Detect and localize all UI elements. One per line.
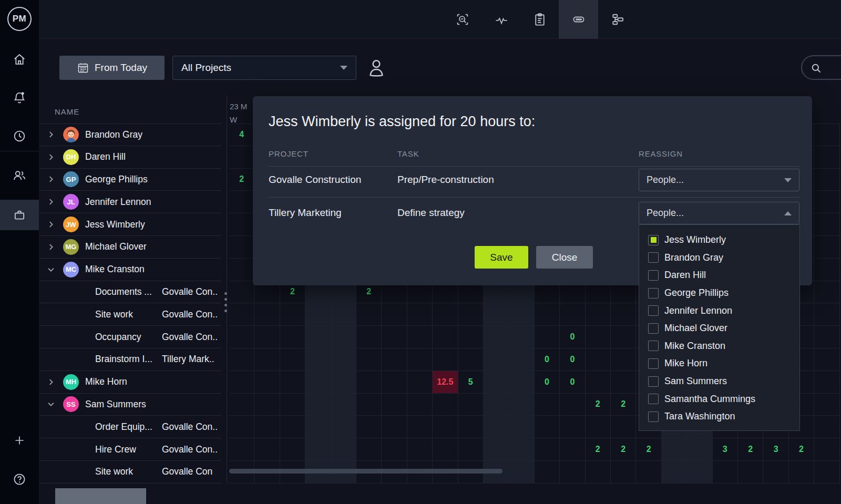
grid-cell[interactable]: 0 <box>535 371 560 394</box>
task-row[interactable]: Order Equip...Govalle Con.. <box>39 416 221 438</box>
grid-cell[interactable] <box>305 303 331 326</box>
grid-cell[interactable] <box>814 438 839 461</box>
grid-cell[interactable] <box>280 348 305 371</box>
grid-cell[interactable] <box>254 371 280 394</box>
dropdown-option[interactable]: Mike Cranston <box>639 337 799 355</box>
grid-cell[interactable] <box>229 281 254 304</box>
grid-cell[interactable] <box>586 326 611 348</box>
grid-cell[interactable] <box>814 213 839 236</box>
task-row[interactable]: Site workGovalle Con.. <box>39 303 221 326</box>
grid-cell[interactable] <box>407 394 433 416</box>
task-row[interactable]: OccupancyGovalle Con.. <box>39 326 221 348</box>
grid-cell[interactable] <box>458 326 484 348</box>
task-row[interactable]: Site workGovalle Con <box>39 461 221 484</box>
grid-cell[interactable] <box>814 461 839 484</box>
grid-cell[interactable] <box>433 303 458 326</box>
grid-cell[interactable] <box>382 394 407 416</box>
person-row[interactable]: GPGeorge Phillips <box>39 169 221 191</box>
time-clock-icon[interactable] <box>0 121 39 151</box>
grid-cell[interactable] <box>560 438 585 461</box>
grid-cell[interactable] <box>356 326 382 348</box>
checkbox-unchecked[interactable] <box>648 270 659 281</box>
checkbox-unchecked[interactable] <box>648 394 659 404</box>
grid-cell[interactable]: 0 <box>560 348 585 371</box>
grid-cell[interactable] <box>407 326 433 348</box>
grid-cell[interactable] <box>814 146 839 169</box>
grid-cell[interactable] <box>814 371 839 394</box>
grid-cell[interactable] <box>433 348 458 371</box>
person-row[interactable]: MCMike Cranston <box>39 259 221 281</box>
team-people-icon[interactable] <box>0 160 39 191</box>
grid-cell[interactable]: 5 <box>458 371 484 394</box>
grid-cell[interactable]: 2 <box>738 438 763 461</box>
grid-cell[interactable] <box>789 461 814 484</box>
grid-cell[interactable] <box>636 461 661 484</box>
grid-cell[interactable] <box>254 348 280 371</box>
grid-cell[interactable] <box>254 416 280 438</box>
grid-cell[interactable] <box>407 348 433 371</box>
grid-cell[interactable] <box>254 326 280 348</box>
grid-cell[interactable] <box>305 438 331 461</box>
grid-cell[interactable] <box>229 371 254 394</box>
zoom-search-icon[interactable] <box>443 0 482 39</box>
grid-cell[interactable] <box>611 416 636 438</box>
grid-cell[interactable] <box>687 438 712 461</box>
grid-cell[interactable] <box>509 461 534 484</box>
horizontal-scrollbar[interactable] <box>229 469 502 474</box>
grid-cell[interactable] <box>509 394 534 416</box>
activity-pulse-icon[interactable] <box>482 0 521 39</box>
grid-cell[interactable] <box>509 416 534 438</box>
grid-cell[interactable] <box>484 348 509 371</box>
grid-cell[interactable]: 4 <box>229 124 254 146</box>
dropdown-option[interactable]: Brandon Gray <box>639 249 799 267</box>
grid-cell[interactable] <box>611 348 636 371</box>
grid-cell[interactable]: 2 <box>789 438 814 461</box>
grid-cell[interactable] <box>433 438 458 461</box>
person-row[interactable]: MHMike Horn <box>39 371 221 394</box>
person-row[interactable]: Brandon Gray <box>39 124 221 146</box>
task-row[interactable]: Hire CrewGovalle Con.. <box>39 438 221 461</box>
grid-cell[interactable] <box>814 416 839 438</box>
tasks-clipboard-icon[interactable] <box>520 0 559 39</box>
notifications-bell-icon[interactable] <box>0 83 39 113</box>
grid-cell[interactable] <box>382 303 407 326</box>
grid-cell[interactable] <box>229 146 254 169</box>
task-row[interactable]: Brainstorm I...Tillery Mark.. <box>39 348 221 371</box>
dropdown-option[interactable]: Jess Wimberly <box>639 231 799 249</box>
grid-cell[interactable] <box>382 371 407 394</box>
grid-cell[interactable] <box>229 348 254 371</box>
grid-cell[interactable] <box>713 461 738 484</box>
project-filter-select[interactable]: All Projects <box>172 56 356 80</box>
chevron-right-icon[interactable] <box>46 220 56 229</box>
grid-cell[interactable] <box>814 394 839 416</box>
grid-cell[interactable] <box>458 438 484 461</box>
grid-cell[interactable] <box>509 303 534 326</box>
grid-cell[interactable]: 0 <box>560 371 585 394</box>
grid-cell[interactable] <box>280 438 305 461</box>
grid-cell[interactable]: 2 <box>611 394 636 416</box>
grid-cell[interactable] <box>254 438 280 461</box>
chevron-down-icon[interactable] <box>46 399 56 409</box>
grid-cell[interactable] <box>382 416 407 438</box>
grid-cell[interactable] <box>356 348 382 371</box>
help-icon[interactable] <box>0 464 39 495</box>
grid-cell[interactable]: 12.5 <box>433 371 458 394</box>
grid-cell[interactable] <box>509 438 534 461</box>
grid-cell[interactable] <box>814 348 839 371</box>
chevron-right-icon[interactable] <box>46 377 56 387</box>
checkbox-unchecked[interactable] <box>648 412 659 422</box>
chevron-right-icon[interactable] <box>46 242 56 252</box>
grid-cell[interactable] <box>458 416 484 438</box>
checkbox-unchecked[interactable] <box>648 252 659 263</box>
grid-cell[interactable]: 3 <box>713 438 738 461</box>
grid-cell[interactable] <box>535 416 560 438</box>
grid-cell[interactable] <box>433 326 458 348</box>
grid-cell[interactable] <box>305 394 331 416</box>
grid-cell[interactable] <box>586 461 611 484</box>
grid-cell[interactable] <box>535 303 560 326</box>
grid-cell[interactable] <box>331 371 356 394</box>
task-row[interactable]: Documents ...Govalle Con.. <box>39 281 221 304</box>
grid-cell[interactable] <box>484 438 509 461</box>
grid-cell[interactable]: 2 <box>586 438 611 461</box>
grid-cell[interactable] <box>280 303 305 326</box>
